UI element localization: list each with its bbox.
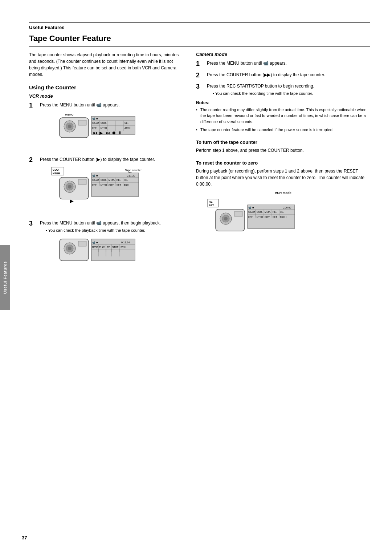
- page-number: 37: [22, 535, 27, 540]
- cam-step-1-content: Press the MENU button until 📹 appears.: [207, 60, 370, 66]
- svg-text:SE-: SE-: [124, 179, 128, 181]
- svg-text:ORY: ORY: [109, 184, 114, 186]
- svg-text:▶: ▶: [70, 198, 74, 204]
- menu-icon-inline: 📹: [96, 102, 102, 108]
- note-item-1: The counter reading may differ slightly …: [196, 107, 370, 125]
- svg-text:NTER: NTER: [53, 172, 60, 175]
- section-header-title: Useful Features: [29, 25, 65, 30]
- camera-mode-label: Camera mode: [196, 52, 370, 57]
- right-column: Camera mode 1 Press the MENU button unti…: [196, 52, 370, 283]
- svg-text:Tape counter: Tape counter: [125, 169, 142, 172]
- note-item-2: The tape counter feature will be cancele…: [196, 127, 370, 133]
- vcr-diagram-2-container: COU- NTER ▶: [49, 166, 181, 211]
- reset-text: During playback (or recording), perform …: [196, 168, 370, 187]
- svg-point-4: [68, 125, 72, 128]
- svg-text:ORY: ORY: [265, 216, 270, 218]
- svg-text:ARCH: ARCH: [280, 216, 287, 218]
- svg-text:0:11.20: 0:11.20: [127, 174, 135, 177]
- svg-text:EFF.: EFF.: [248, 216, 253, 218]
- svg-text:📹 ■: 📹 ■: [92, 117, 98, 120]
- svg-text:SET: SET: [273, 216, 277, 218]
- vcr-step-3: 3 Press the MENU button until 📹 appears,…: [29, 220, 181, 279]
- vcr-diagram-3: 📹 ■ 0:11.24 REW PLAY FF: [49, 236, 139, 274]
- svg-rect-36: [78, 179, 86, 185]
- main-title: Tape Counter Feature: [29, 34, 370, 46]
- step-num-3: 3: [29, 220, 38, 228]
- vcr-diagram-1: MENU: [49, 111, 139, 147]
- svg-text:RE-: RE-: [273, 211, 277, 213]
- svg-text:⏸: ⏸: [118, 130, 122, 135]
- svg-text:COU-: COU-: [101, 122, 107, 124]
- reset-vcr-mode-label: VCR mode: [196, 191, 370, 195]
- section-header: Useful Features: [29, 22, 370, 30]
- camera-step-3: 3 Press the REC START/STOP button to beg…: [196, 83, 370, 96]
- svg-text:NTER: NTER: [101, 184, 107, 186]
- svg-text:📹 ■: 📹 ■: [92, 241, 98, 244]
- svg-rect-89: [234, 211, 242, 216]
- intro-text: The tape counter shows elapsed playback …: [29, 52, 181, 78]
- svg-text:REW: REW: [92, 246, 98, 248]
- turn-off-text: Perform step 1 above, and press the COUN…: [196, 147, 370, 154]
- cam-step-2-content: Press the COUNTER button (▶▶) to display…: [207, 72, 370, 78]
- step-num-2: 2: [29, 156, 38, 164]
- notes-section: Notes: The counter reading may differ sl…: [196, 100, 370, 133]
- camera-step-list: 1 Press the MENU button until 📹 appears.…: [196, 60, 370, 97]
- using-counter-title: Using the Counter: [29, 84, 181, 90]
- cam-step-3-bullet: You can check the recording time with th…: [213, 91, 370, 96]
- svg-text:STILL: STILL: [121, 246, 127, 248]
- vcr-mode-label: VCR mode: [29, 93, 181, 99]
- svg-text:SET: SET: [209, 204, 214, 207]
- svg-text:COU-: COU-: [53, 168, 60, 171]
- reset-title: To reset the counter to zero: [196, 160, 370, 166]
- menu-icon-inline-3: 📹: [96, 220, 102, 226]
- svg-text:⏺: ⏺: [112, 130, 116, 135]
- svg-text:SE-: SE-: [124, 122, 128, 124]
- svg-rect-63: [78, 241, 86, 246]
- vcr-step-1: 1 Press the MENU button until 📹 appears.…: [29, 102, 181, 153]
- cam-step-num-3: 3: [196, 83, 205, 91]
- svg-rect-5: [78, 120, 86, 125]
- svg-text:⏭: ⏭: [106, 130, 110, 135]
- svg-text:SE-: SE-: [280, 211, 284, 213]
- cam-step-num-1: 1: [196, 60, 205, 68]
- vcr-diagram-3-container: 📹 ■ 0:11.24 REW PLAY FF: [49, 236, 181, 274]
- svg-text:0:11.24: 0:11.24: [121, 241, 130, 244]
- side-tab-label: Useful Features: [3, 261, 7, 294]
- svg-text:SET: SET: [117, 184, 121, 186]
- step-1-content: Press the MENU button until 📹 appears. M…: [40, 102, 181, 153]
- svg-point-88: [224, 217, 228, 220]
- svg-text:▶: ▶: [99, 130, 103, 135]
- cam-menu-icon: 📹: [263, 61, 269, 66]
- svg-text:RE-: RE-: [209, 200, 213, 203]
- main-content: Useful Features Tape Counter Feature The…: [22, 22, 370, 533]
- cam-step-3-content: Press the REC START/STOP button to begin…: [207, 83, 370, 96]
- side-tab: Useful Features: [0, 245, 10, 310]
- svg-text:PLAY: PLAY: [99, 246, 105, 248]
- svg-text:MEM-: MEM-: [265, 211, 271, 213]
- vcr-step-list: 1 Press the MENU button until 📹 appears.…: [29, 102, 181, 279]
- svg-text:COU-: COU-: [101, 179, 107, 181]
- svg-text:RE-: RE-: [117, 179, 121, 181]
- svg-text:MENU: MENU: [65, 113, 74, 116]
- svg-text:ARCH: ARCH: [124, 127, 131, 129]
- step-2-content: Press the COUNTER button (▶) to display …: [40, 156, 181, 216]
- reset-diagram-container: RE- SET 📹 ■ 0:00.00: [205, 198, 370, 243]
- svg-text:MEM-: MEM-: [109, 179, 115, 181]
- svg-text:COU-: COU-: [257, 211, 263, 213]
- svg-text:GAMA: GAMA: [248, 211, 256, 213]
- reset-diagram: RE- SET 📹 ■ 0:00.00: [205, 198, 299, 243]
- svg-text:STOP: STOP: [112, 246, 119, 248]
- cam-step-num-2: 2: [196, 72, 205, 80]
- two-column-layout: The tape counter shows elapsed playback …: [29, 52, 370, 283]
- notes-title: Notes:: [196, 100, 370, 105]
- svg-text:GAMA: GAMA: [92, 179, 99, 181]
- svg-text:📹 ■: 📹 ■: [248, 206, 254, 209]
- svg-text:⏮: ⏮: [93, 130, 97, 135]
- vcr-diagram-2: COU- NTER ▶: [49, 166, 143, 211]
- step-num-1: 1: [29, 102, 38, 110]
- turn-off-section: To turn off the tape counter Perform ste…: [196, 139, 370, 154]
- svg-point-62: [68, 247, 72, 250]
- camera-step-1: 1 Press the MENU button until 📹 appears.: [196, 60, 370, 68]
- camera-step-2: 2 Press the COUNTER button (▶▶) to displ…: [196, 72, 370, 80]
- step-3-bullet: You can check the playback time with the…: [46, 228, 181, 233]
